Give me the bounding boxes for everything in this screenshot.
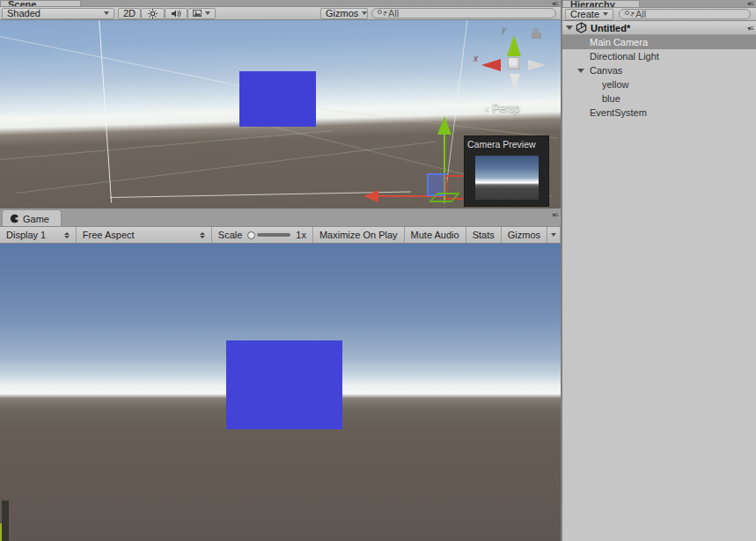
hierarchy-search-value: All [635, 9, 646, 19]
maximize-on-play-button[interactable]: Maximize On Play [313, 227, 405, 243]
tab-game[interactable]: Game [2, 209, 62, 227]
hierarchy-item-label: EventSystem [590, 107, 647, 118]
hierarchy-panel-menu[interactable]: ▾≡ [747, 0, 753, 8]
hierarchy-panel: Hierarchy ▾≡ Create All [561, 0, 756, 541]
persp-text: Persp [492, 102, 519, 114]
panel-menu-icon[interactable]: ▾≡ [747, 0, 753, 8]
lock-icon[interactable] [532, 28, 541, 39]
game-gizmos-dropdown[interactable]: Gizmos [502, 227, 547, 243]
gizmo-y-arrowhead[interactable] [437, 116, 451, 135]
scene-panel: Scene ▾≡ Shaded 2D [0, 0, 561, 208]
scene-gizmos-dropdown[interactable]: Gizmos [320, 8, 368, 19]
chevron-down-icon [104, 11, 109, 15]
speaker-icon [171, 9, 181, 18]
persp-arrow-icon: ‹ [485, 101, 488, 114]
hierarchy-search-field[interactable]: All [619, 9, 751, 19]
view-orientation-label[interactable]: ‹ Persp [485, 101, 520, 114]
scale-slider-track[interactable] [257, 233, 290, 237]
game-panel: Game ▾≡ Display 1 Free Aspect Scale 1x [0, 208, 561, 541]
panel-menu-icon[interactable]: ▾≡ [552, 211, 558, 219]
gizmos-label: Gizmos [508, 230, 540, 240]
scene-root-row[interactable]: Untitled* ▾≡ [562, 21, 756, 35]
aspect-ratio-selector[interactable]: Free Aspect [77, 227, 212, 243]
scale-slider-group: Scale 1x [212, 227, 313, 243]
game-panel-menu[interactable]: ▾≡ [552, 211, 558, 219]
unity-scene-icon [576, 22, 587, 33]
shading-mode-dropdown[interactable]: Shaded [2, 8, 114, 19]
scene-root-menu[interactable]: ▾≡ [747, 25, 753, 33]
hierarchy-item-label: blue [602, 93, 620, 104]
hierarchy-toolbar: Create All [562, 8, 756, 21]
hierarchy-tab-label: Hierarchy [570, 0, 615, 8]
gizmo-x-arrowhead[interactable] [363, 190, 378, 202]
chevron-down-icon [362, 11, 367, 15]
search-icon [378, 10, 385, 18]
scene-effects-button[interactable] [187, 8, 216, 19]
chevron-down-icon [551, 233, 556, 237]
hierarchy-item-directional-light[interactable]: Directional Light [562, 49, 756, 63]
foldout-triangle-icon[interactable] [577, 69, 584, 73]
game-toolbar: Display 1 Free Aspect Scale 1x Maximize … [0, 227, 561, 244]
gizmos-label: Gizmos [326, 8, 358, 18]
game-tab-label: Game [23, 214, 49, 224]
panel-menu-icon[interactable]: ▾≡ [552, 0, 558, 7]
display-selector[interactable]: Display 1 [0, 227, 77, 243]
orientation-gizmo-down-cone[interactable] [510, 74, 520, 91]
hierarchy-item-yellow[interactable]: yellow [562, 77, 756, 91]
orientation-gizmo-right-cone[interactable] [528, 60, 546, 70]
game-tabstrip: Game ▾≡ [0, 208, 561, 227]
scene-search-value: All [388, 8, 399, 18]
hierarchy-item-eventsystem[interactable]: EventSystem [562, 106, 756, 120]
game-blue-ui-element [226, 340, 342, 429]
scene-lighting-button[interactable] [141, 8, 165, 19]
shading-mode-label: Shaded [7, 8, 40, 18]
camera-preview-image [475, 156, 539, 200]
scene-search-field[interactable]: All [371, 8, 556, 18]
scene-tabstrip: Scene ▾≡ [0, 0, 561, 7]
search-icon [625, 11, 633, 18]
foldout-triangle-icon[interactable] [566, 26, 573, 30]
panel-menu-icon[interactable]: ▾≡ [747, 25, 753, 33]
orientation-gizmo-cube[interactable] [508, 57, 520, 69]
hierarchy-item-canvas[interactable]: Canvas [562, 63, 756, 77]
hierarchy-item-label: Main Camera [590, 37, 648, 48]
2d-toggle-label: 2D [123, 8, 136, 18]
hierarchy-item-label: Canvas [590, 65, 622, 76]
scene-root-label: Untitled* [591, 23, 630, 33]
chevron-down-icon[interactable] [205, 11, 210, 15]
scene-blue-ui-element[interactable] [239, 71, 316, 127]
tab-hierarchy[interactable]: Hierarchy [562, 0, 640, 8]
mute-audio-label: Mute Audio [411, 230, 459, 240]
axis-x-label: x [473, 54, 478, 63]
hierarchy-item-label: yellow [602, 79, 629, 90]
updown-arrows-icon [64, 232, 70, 238]
game-view-icon [10, 214, 19, 223]
hierarchy-item-blue[interactable]: blue [562, 91, 756, 106]
2d-toggle-button[interactable]: 2D [118, 8, 141, 19]
camera-preview-panel: Camera Preview [465, 136, 548, 206]
create-button-label: Create [570, 9, 599, 19]
chevron-down-icon [603, 12, 608, 16]
hierarchy-item-label: Directional Light [590, 51, 659, 62]
orientation-gizmo-y-cone[interactable] [507, 35, 521, 56]
scale-slider-knob[interactable] [247, 231, 255, 239]
display-selector-value: Display 1 [6, 230, 46, 240]
scene-viewport[interactable]: ‹ Persp y x Camera Preview [0, 20, 561, 208]
hierarchy-item-main-camera[interactable]: Main Camera [562, 35, 756, 49]
game-viewport[interactable] [0, 244, 561, 541]
offscreen-ui-fragment [2, 501, 9, 541]
game-gizmos-caret[interactable] [547, 227, 561, 243]
axis-y-label: y [502, 25, 506, 34]
mute-audio-button[interactable]: Mute Audio [405, 227, 466, 243]
stats-button[interactable]: Stats [466, 227, 502, 243]
scene-panel-menu[interactable]: ▾≡ [552, 0, 558, 7]
maximize-on-play-label: Maximize On Play [319, 230, 398, 240]
orientation-gizmo-x-cone[interactable] [481, 59, 501, 71]
hierarchy-tabstrip: Hierarchy ▾≡ [562, 0, 756, 8]
scene-toolbar: Shaded 2D [0, 7, 561, 20]
scene-audio-button[interactable] [165, 8, 187, 19]
unity-editor-window: Scene ▾≡ Shaded 2D [0, 0, 756, 541]
create-button[interactable]: Create [565, 9, 613, 20]
updown-arrows-icon [200, 232, 205, 238]
tab-scene[interactable]: Scene [0, 0, 81, 7]
